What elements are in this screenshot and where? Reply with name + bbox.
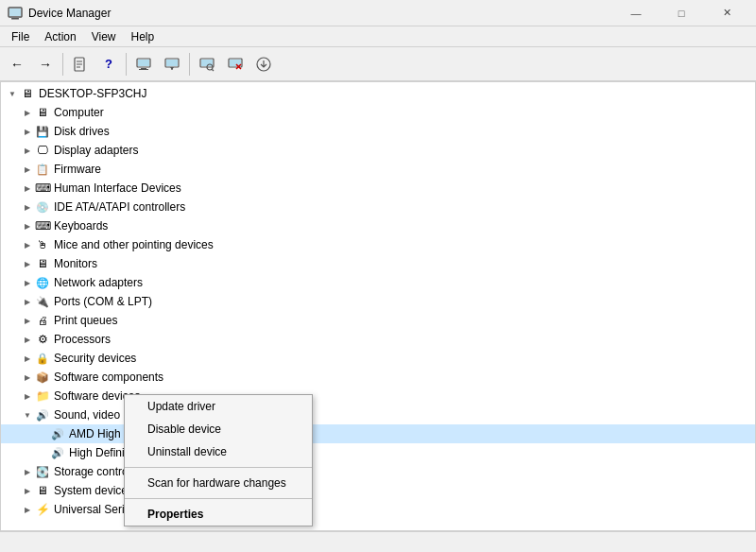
item-label-9: Network adapters <box>54 276 143 289</box>
expand-icon-16[interactable] <box>20 407 35 423</box>
item-label-7: Mice and other pointing devices <box>54 238 214 251</box>
tree-item-3[interactable]: Firmware <box>1 160 755 179</box>
expand-icon-0[interactable] <box>20 105 35 120</box>
tree-item-7[interactable]: Mice and other pointing devices <box>1 235 755 254</box>
expand-icon-12[interactable] <box>20 332 35 347</box>
tree-item-8[interactable]: Monitors <box>1 254 755 273</box>
context-menu-items: Update driverDisable deviceUninstall dev… <box>125 395 312 526</box>
back-button[interactable] <box>4 51 30 78</box>
item-label-11: Print queues <box>54 314 117 327</box>
context-menu-sep-2 <box>125 467 312 468</box>
tree-item-18[interactable]: High Definition Audio Device <box>1 443 755 462</box>
main-panel[interactable]: DESKTOP-SFP3CHJ ComputerDisk drivesDispl… <box>0 81 756 531</box>
context-menu-item-0[interactable]: Update driver <box>125 395 312 418</box>
root-label: DESKTOP-SFP3CHJ <box>39 87 146 100</box>
item-icon-7 <box>35 237 50 252</box>
expand-icon-20[interactable] <box>20 483 35 498</box>
tree-root[interactable]: DESKTOP-SFP3CHJ <box>1 84 755 103</box>
root-expand-icon[interactable] <box>5 86 20 101</box>
menu-help[interactable]: Help <box>124 26 163 46</box>
toolbar-sep-1 <box>62 53 63 76</box>
item-icon-3 <box>35 162 50 177</box>
expand-icon-6[interactable] <box>20 218 35 233</box>
svg-rect-10 <box>139 69 148 70</box>
tree-item-11[interactable]: Print queues <box>1 311 755 330</box>
expand-icon-15[interactable] <box>20 388 35 404</box>
item-label-14: Software components <box>54 371 163 384</box>
scan-button[interactable] <box>194 51 220 78</box>
computer-icon <box>136 57 151 72</box>
tree-item-5[interactable]: IDE ATA/ATAPI controllers <box>1 198 755 216</box>
expand-icon-21[interactable] <box>20 502 35 517</box>
item-icon-21 <box>35 502 50 517</box>
tree-item-4[interactable]: Human Interface Devices <box>1 179 755 198</box>
menu-file[interactable]: File <box>4 26 37 46</box>
item-icon-18 <box>50 445 65 460</box>
tree-item-19[interactable]: Storage controllers <box>1 462 755 481</box>
tree-item-17[interactable]: AMD High Definition ... <box>1 424 755 443</box>
expand-icon-8[interactable] <box>20 256 35 271</box>
expand-icon-9[interactable] <box>20 275 35 290</box>
context-menu-item-2[interactable]: Uninstall device <box>125 440 312 463</box>
tree-item-14[interactable]: Software components <box>1 368 755 387</box>
item-icon-2 <box>35 143 50 158</box>
download-button[interactable] <box>250 51 277 78</box>
expand-icon-5[interactable] <box>20 199 35 215</box>
item-label-0: Computer <box>54 106 104 119</box>
close-button[interactable]: ✕ <box>705 0 748 26</box>
item-icon-12 <box>35 332 50 347</box>
tree-item-0[interactable]: Computer <box>1 103 755 122</box>
root-icon <box>20 86 35 101</box>
item-icon-8 <box>35 256 50 271</box>
help-button[interactable]: ? <box>95 51 122 78</box>
computer-button[interactable] <box>130 51 157 78</box>
context-menu-item-1[interactable]: Disable device <box>125 418 312 440</box>
maximize-button[interactable]: □ <box>660 0 703 26</box>
tree-item-13[interactable]: Security devices <box>1 349 755 368</box>
update-driver-icon <box>164 57 180 72</box>
expand-icon-10[interactable] <box>20 294 35 309</box>
properties-icon <box>73 57 88 72</box>
menu-view[interactable]: View <box>84 26 124 46</box>
expand-icon-13[interactable] <box>20 351 35 366</box>
tree-item-2[interactable]: Display adapters <box>1 141 755 160</box>
tree-item-6[interactable]: Keyboards <box>1 216 755 235</box>
item-icon-20 <box>35 483 50 498</box>
tree-item-1[interactable]: Disk drives <box>1 122 755 141</box>
properties-button[interactable] <box>67 51 94 78</box>
expand-icon-7[interactable] <box>20 237 35 252</box>
expand-icon-2[interactable] <box>20 143 35 158</box>
update-driver-button[interactable] <box>159 51 185 78</box>
item-icon-10 <box>35 294 50 309</box>
expand-icon-1[interactable] <box>20 124 35 139</box>
expand-icon-19[interactable] <box>20 464 35 479</box>
context-menu-item-3[interactable]: Scan for hardware changes <box>125 472 312 494</box>
tree-item-20[interactable]: System devices <box>1 481 755 500</box>
forward-button[interactable] <box>32 51 59 78</box>
tree-item-9[interactable]: Network adapters <box>1 273 755 292</box>
expand-icon-11[interactable] <box>20 313 35 328</box>
toolbar-sep-2 <box>126 53 127 76</box>
uninstall-button[interactable] <box>222 51 249 78</box>
tree-item-10[interactable]: Ports (COM & LPT) <box>1 292 755 311</box>
tree-item-16[interactable]: Sound, video and game controllers <box>1 405 755 424</box>
tree-item-21[interactable]: Universal Serial Bus controllers <box>1 500 755 519</box>
download-icon <box>256 57 271 72</box>
expand-icon-14[interactable] <box>20 370 35 385</box>
item-icon-0 <box>35 105 50 120</box>
tree-item-12[interactable]: Processors <box>1 330 755 349</box>
item-label-12: Processors <box>54 333 111 346</box>
svg-rect-15 <box>201 60 213 66</box>
expand-icon-4[interactable] <box>20 181 35 196</box>
context-menu: Update driverDisable deviceUninstall dev… <box>124 394 313 526</box>
tree-item-15[interactable]: Software devices <box>1 387 755 405</box>
toolbar-sep-3 <box>189 53 190 76</box>
expand-icon-3[interactable] <box>20 162 35 177</box>
context-menu-item-4[interactable]: Properties <box>125 503 312 526</box>
item-icon-15 <box>35 388 50 404</box>
title-bar: Device Manager — □ ✕ <box>0 0 756 26</box>
item-icon-1 <box>35 124 50 139</box>
item-label-3: Firmware <box>54 163 101 176</box>
menu-action[interactable]: Action <box>37 26 83 46</box>
minimize-button[interactable]: — <box>614 0 658 26</box>
